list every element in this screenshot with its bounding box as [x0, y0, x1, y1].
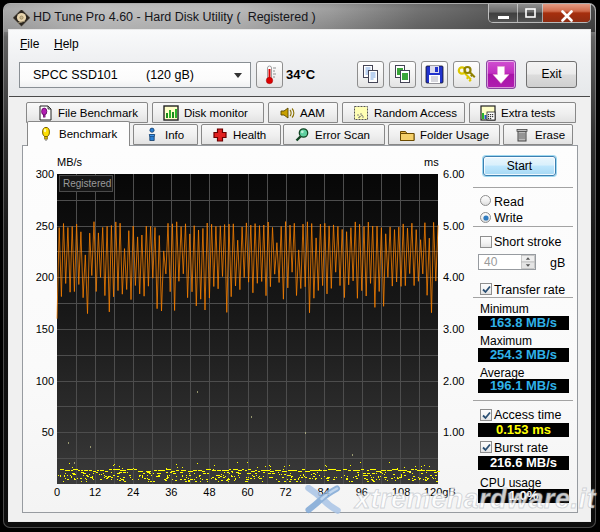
svg-text:40: 40: [484, 255, 498, 269]
svg-text:Registered: Registered: [63, 178, 111, 189]
